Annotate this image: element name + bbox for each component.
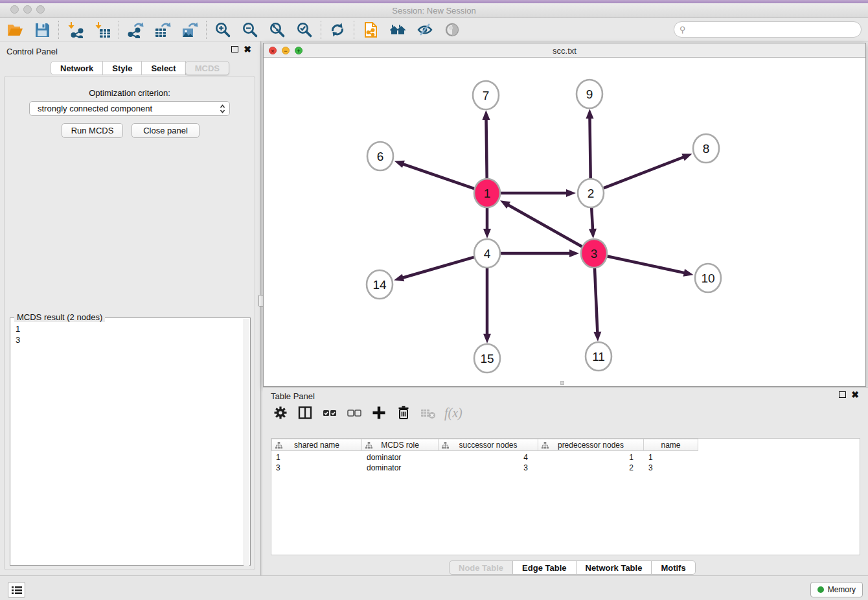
tab-edge-table[interactable]: Edge Table: [512, 560, 576, 575]
graph-node-label-7: 7: [483, 89, 490, 102]
mcds-result-title: MCDS result (2 nodes): [14, 312, 105, 322]
table-cell-r0-MCDS-role[interactable]: dominator: [362, 452, 439, 463]
export-table-icon[interactable]: [154, 21, 171, 38]
tab-select[interactable]: Select: [141, 61, 185, 75]
list-icon: [12, 586, 22, 595]
mcds-result-line: 1: [16, 323, 20, 334]
search-input[interactable]: [689, 25, 861, 35]
graph-edge-1-7[interactable]: [486, 119, 486, 179]
graph-edge-3-10[interactable]: [608, 256, 685, 273]
export-network-icon[interactable]: [127, 21, 144, 38]
network-canvas[interactable]: 1234678910111415: [264, 58, 865, 386]
graph-node-label-1: 1: [484, 187, 491, 200]
graph-node-label-2: 2: [588, 187, 595, 200]
control-panel-tabs: Network Style Select MCDS: [51, 61, 229, 75]
column-header-MCDS-role[interactable]: MCDS role: [362, 439, 439, 451]
graph-edge-arrow-1-4: [483, 229, 491, 238]
table-cell-r1-name[interactable]: 3: [644, 463, 698, 473]
memory-status-icon: [817, 586, 824, 593]
network-window-title: scc.txt: [264, 46, 865, 56]
table-cell-r1-successor-nodes[interactable]: 3: [439, 463, 538, 473]
criterion-dropdown[interactable]: strongly connected component: [29, 101, 230, 116]
search-icon: ⚲: [680, 25, 686, 34]
graph-edge-4-14[interactable]: [402, 257, 474, 278]
toolbar-separator: [354, 21, 354, 39]
select-all-columns-icon[interactable]: [321, 404, 338, 421]
graph-edge-arrow-2-9: [586, 109, 593, 119]
graph-edge-1-6[interactable]: [402, 164, 474, 189]
table-cell-r1-MCDS-role[interactable]: dominator: [362, 463, 439, 473]
control-panel-close-icon[interactable]: ✖: [244, 46, 251, 52]
column-header-shared-name[interactable]: shared name: [271, 439, 362, 451]
function-builder-icon: f(x): [444, 406, 463, 421]
zoom-selected-icon[interactable]: [296, 21, 313, 38]
table-panel: Table Panel ✖: [263, 387, 868, 575]
memory-button[interactable]: Memory: [810, 582, 863, 597]
tab-network-table[interactable]: Network Table: [576, 560, 652, 575]
table-toolbar: f(x): [272, 404, 463, 421]
graph-edge-arrow-3-10: [683, 269, 694, 277]
save-session-icon[interactable]: [34, 21, 51, 38]
network-window-titlebar[interactable]: × − + scc.txt: [264, 43, 865, 58]
duplicate-network-icon[interactable]: [362, 21, 379, 38]
memory-label: Memory: [828, 585, 856, 594]
control-panel-title: Control Panel: [6, 47, 58, 56]
zoom-out-icon[interactable]: [242, 21, 258, 38]
first-neighbors-icon[interactable]: [389, 21, 406, 38]
toolbar-separator: [58, 21, 59, 39]
graph-edge-arrow-3-1: [500, 200, 510, 209]
table-cell-r1-predecessor-nodes[interactable]: 2: [538, 463, 644, 473]
column-chooser-icon[interactable]: [297, 404, 314, 421]
mcds-result-box[interactable]: MCDS result (2 nodes) 1 3: [10, 317, 251, 566]
column-header-predecessor-nodes[interactable]: predecessor nodes: [538, 439, 644, 451]
close-panel-button[interactable]: Close panel: [131, 123, 200, 138]
graph-edge-2-8[interactable]: [604, 157, 685, 188]
add-row-icon[interactable]: [371, 404, 387, 421]
show-panels-button[interactable]: [8, 582, 25, 598]
search-field[interactable]: ⚲: [674, 21, 862, 38]
zoom-fit-icon[interactable]: [269, 21, 286, 38]
graph-edge-arrow-2-3: [589, 229, 597, 238]
column-header-name[interactable]: name: [644, 439, 698, 451]
graphics-details-icon[interactable]: [417, 21, 433, 38]
open-file-icon[interactable]: [6, 21, 23, 38]
optimization-criterion-label: Optimization criterion:: [5, 88, 255, 98]
zoom-in-icon[interactable]: [214, 21, 231, 38]
control-panel-float-icon[interactable]: [231, 46, 238, 52]
table-cell-r0-predecessor-nodes[interactable]: 1: [538, 452, 644, 463]
window-title: Session: New Session: [0, 6, 868, 16]
import-table-icon[interactable]: [94, 21, 111, 38]
delete-table-icon: [420, 404, 437, 421]
table-panel-close-icon[interactable]: ✖: [851, 391, 859, 398]
tab-motifs[interactable]: Motifs: [651, 560, 695, 575]
control-panel: Control Panel ✖ Network Style Select MCD…: [0, 41, 259, 571]
application-window: Session: New Session: [0, 0, 868, 600]
graph-edge-arrow-4-3: [569, 249, 579, 257]
export-image-icon[interactable]: [181, 21, 198, 38]
tab-mcds[interactable]: MCDS: [185, 61, 229, 75]
table-cell-r0-name[interactable]: 1: [644, 452, 698, 463]
graph-edge-3-11[interactable]: [595, 267, 597, 333]
table-cell-r0-successor-nodes[interactable]: 4: [439, 452, 538, 463]
table-cell-r0-shared-name[interactable]: 1: [271, 452, 362, 463]
graph-node-label-9: 9: [586, 87, 593, 101]
graph-edge-3-1[interactable]: [507, 205, 582, 247]
refresh-layout-icon[interactable]: [329, 21, 346, 38]
result-scrollbar[interactable]: [244, 319, 249, 566]
tab-network[interactable]: Network: [51, 61, 103, 75]
table-panel-float-icon[interactable]: [839, 391, 846, 398]
tab-node-table[interactable]: Node Table: [449, 560, 513, 575]
graph-edge-2-9[interactable]: [589, 117, 590, 179]
run-mcds-button[interactable]: Run MCDS: [62, 123, 123, 138]
mcds-result-lines: 1 3: [16, 323, 20, 345]
table-settings-icon[interactable]: [272, 404, 289, 421]
graph-edge-2-3[interactable]: [591, 207, 593, 230]
network-resize-handle[interactable]: [560, 381, 564, 385]
column-header-successor-nodes[interactable]: successor nodes: [439, 439, 538, 451]
delete-row-icon[interactable]: [395, 404, 412, 421]
import-network-icon[interactable]: [67, 21, 84, 38]
table-cell-r1-shared-name[interactable]: 3: [271, 463, 362, 473]
unselect-all-columns-icon[interactable]: [346, 404, 363, 421]
panel-splitter[interactable]: [260, 41, 262, 575]
tab-style[interactable]: Style: [102, 61, 142, 75]
